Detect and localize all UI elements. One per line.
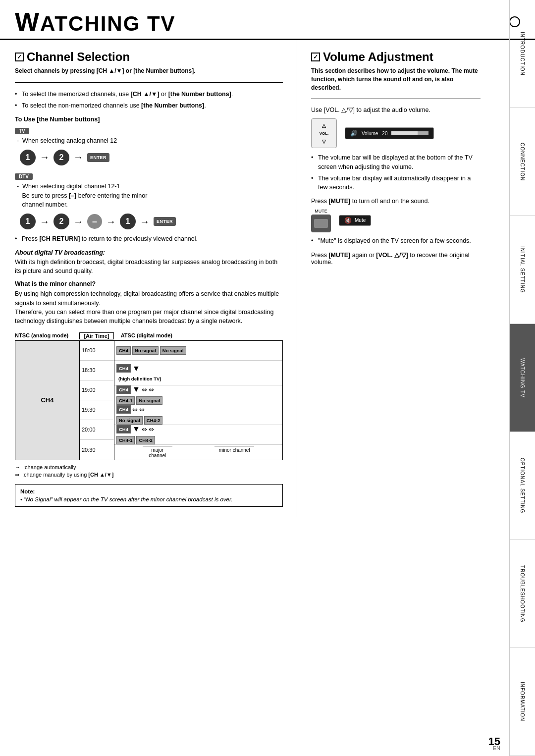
sidebar-tab-connection-label: CONNECTION bbox=[520, 143, 525, 181]
mute-x-icon: 🔇 bbox=[344, 217, 352, 224]
tv-note: - When selecting analog channel 12 bbox=[17, 136, 283, 146]
atsc-row-1900: CH4 ▼ ⇔ ⇔ CH4-1 No signal bbox=[114, 385, 282, 405]
page-title: WATCHING TV bbox=[15, 9, 176, 35]
note-title: Note: bbox=[20, 488, 277, 494]
channel-subtitle: Select channels by pressing [CH ▲/▼] or … bbox=[15, 67, 283, 75]
dtv-note-1: - When selecting digital channel 12-1 Be… bbox=[17, 182, 283, 210]
channel-bullet-1: To select the memorized channels, use [C… bbox=[15, 90, 283, 99]
mute-button-inner bbox=[314, 219, 328, 228]
channel-section: Channel Selection Select channels by pre… bbox=[0, 40, 297, 517]
sidebar-tab-information-label: INFORMATION bbox=[520, 682, 525, 721]
dtv-num-2: 2 bbox=[54, 214, 69, 229]
ch-num-2: 2 bbox=[54, 150, 69, 165]
sidebar-tab-initial: INITIAL SETTING bbox=[510, 216, 535, 324]
sidebar-tab-connection: CONNECTION bbox=[510, 108, 535, 216]
volume-subtitle: This section describes how to adjust the… bbox=[311, 67, 481, 92]
vol-speaker-icon: 🔊 bbox=[350, 130, 358, 137]
atsc-ch4-1-1900: CH4-1 bbox=[116, 396, 135, 405]
legend-hollow-text: :change manually by using [CH ▲/▼] bbox=[22, 472, 113, 478]
page-lang: EN bbox=[493, 745, 500, 751]
press-mute-text: Press [MUTE] to turn off and on the soun… bbox=[311, 198, 481, 205]
channel-bullets: To select the memorized channels, use [C… bbox=[15, 90, 283, 110]
volume-divider bbox=[311, 99, 481, 99]
vol-down-arrow: ▽ bbox=[322, 139, 326, 144]
channel-title-text: Channel Selection bbox=[27, 50, 130, 64]
dtv-arrow-2: → bbox=[73, 216, 83, 227]
atsc-row-1930: CH4 ⇔ ⇔ No signal CH4-2 bbox=[114, 405, 282, 425]
use-number-buttons-heading: To Use [the Number buttons] bbox=[15, 116, 283, 123]
mute-button bbox=[311, 215, 331, 232]
dtv-num-1b: 1 bbox=[120, 214, 136, 229]
title-w: W bbox=[15, 7, 40, 36]
major-channel-label: major channel bbox=[143, 446, 172, 458]
vol-bar bbox=[391, 131, 428, 135]
diagram-legend: → :change automatically ⇒ :change manual… bbox=[15, 464, 283, 478]
ntsc-column: CH4 bbox=[15, 341, 80, 460]
legend-arrow-hollow: ⇒ :change manually by using [CH ▲/▼] bbox=[15, 472, 283, 478]
sidebar-tab-optional: OPTIONAL SETTING bbox=[510, 432, 535, 540]
ntsc-label: NTSC (analog mode) bbox=[15, 332, 79, 339]
sidebar-tab-information: INFORMATION bbox=[510, 648, 535, 756]
volume-section: Volume Adjustment This section describes… bbox=[297, 40, 510, 517]
time-row-1930: 19:30 bbox=[80, 400, 114, 420]
title-rest: ATCHING TV bbox=[40, 12, 176, 35]
time-column: 18:00 18:30 19:00 19:30 20:00 20:30 bbox=[80, 341, 114, 460]
vol-bullet-1: The volume bar will be displayed at the … bbox=[311, 153, 481, 171]
ch-num-1: 1 bbox=[20, 150, 36, 165]
time-row-1800: 18:00 bbox=[80, 341, 114, 361]
sidebar-tab-watching[interactable]: WATCHING TV bbox=[510, 324, 535, 432]
atsc-ch4-2-2000: CH4-2 bbox=[136, 436, 155, 444]
channel-divider bbox=[15, 82, 283, 83]
time-row-1900: 19:00 bbox=[80, 380, 114, 400]
minor-channel-heading: What is the minor channel? bbox=[15, 280, 283, 287]
minor-channel-label: minor channel bbox=[214, 446, 254, 458]
legend-solid-text: :change automatically bbox=[23, 464, 76, 470]
use-vol-text: Use [VOL. △/▽] to adjust the audio volum… bbox=[311, 106, 481, 113]
recover-text: Press [MUTE] again or [VOL. △/▽] to reco… bbox=[311, 251, 481, 266]
atsc-ch4-1-2000: CH4-1 bbox=[116, 436, 135, 444]
sidebar-tab-initial-label: INITIAL SETTING bbox=[520, 246, 525, 293]
vol-button: △ VOL. ▽ bbox=[311, 118, 337, 148]
channel-grid: CH4 18:00 18:30 19:00 19:30 20:00 20:30 bbox=[15, 340, 283, 460]
dtv-arrow-1: → bbox=[40, 216, 50, 227]
sidebar-tab-watching-label: WATCHING TV bbox=[520, 358, 525, 398]
vol-up-arrow: △ bbox=[322, 123, 326, 128]
atsc-hd-label: (high definition TV) bbox=[118, 376, 161, 381]
tv-channel-diagram: 1 → 2 → ENTER bbox=[20, 150, 283, 165]
legend-arrow-solid: → :change automatically bbox=[15, 464, 283, 470]
atsc-nosig-1800b: No signal bbox=[160, 346, 186, 355]
enter-button: ENTER bbox=[87, 153, 109, 162]
vol-number: 20 bbox=[382, 131, 387, 136]
time-row-2030: 20:30 bbox=[80, 440, 114, 460]
atsc-column: CH4 No signal No signal CH4 ▼ (high defi… bbox=[114, 341, 282, 460]
airtime-label: [Air Time] bbox=[79, 332, 114, 339]
vol-label: VOL. bbox=[320, 131, 329, 136]
channel-checkbox-icon bbox=[15, 53, 24, 61]
tv-badge: TV bbox=[15, 128, 29, 134]
time-row-1830: 18:30 bbox=[80, 361, 114, 380]
about-digital-heading: About digital TV broadcasting: bbox=[15, 249, 283, 256]
vol-bullet-2: The volume bar display will automaticall… bbox=[311, 174, 481, 192]
vol-bar-display: 🔊 Volume 20 bbox=[345, 127, 434, 139]
dtv-num-1: 1 bbox=[20, 214, 36, 229]
volume-title-text: Volume Adjustment bbox=[323, 50, 433, 64]
atsc-ch4-1900: CH4 bbox=[116, 385, 131, 394]
note-text: • "No Signal" will appear on the TV scre… bbox=[20, 496, 277, 502]
atsc-ch4-1930: CH4 bbox=[116, 405, 131, 414]
dtv-arrow-4: → bbox=[140, 216, 150, 227]
volume-checkbox-icon bbox=[311, 53, 320, 61]
channel-section-title: Channel Selection bbox=[15, 50, 283, 64]
channel-bullet-2: To select the non-memorized channels use… bbox=[15, 101, 283, 110]
vol-text: Volume bbox=[362, 131, 378, 136]
minor-channel-text: By using high compression technology, di… bbox=[15, 289, 283, 325]
grid-header: NTSC (analog mode) [Air Time] ATSC (digi… bbox=[15, 332, 283, 339]
note-box: Note: • "No Signal" will appear on the T… bbox=[15, 484, 283, 507]
atsc-row-1830: CH4 ▼ (high definition TV) bbox=[114, 361, 282, 385]
arrow-2: → bbox=[73, 152, 83, 163]
dtv-dash: – bbox=[87, 214, 102, 229]
sidebar-tab-troubleshooting-label: TROUBLESHOOTING bbox=[520, 565, 525, 623]
solid-arrow-icon: → bbox=[15, 464, 20, 470]
right-sidebar: INTRODUCTION CONNECTION INITIAL SETTING … bbox=[509, 0, 535, 756]
atsc-nosig-1930: No signal bbox=[116, 416, 143, 425]
mute-display-text: Mute bbox=[355, 217, 366, 223]
